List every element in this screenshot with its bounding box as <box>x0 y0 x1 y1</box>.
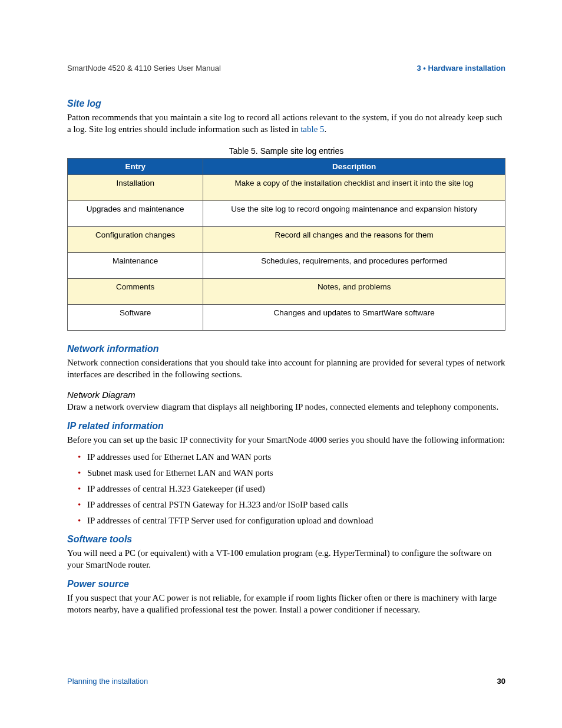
table-row: Upgrades and maintenance Use the site lo… <box>68 200 505 226</box>
list-item: IP addresses of central H.323 Gatekeeper… <box>78 484 505 494</box>
cell-description: Schedules, requirements, and procedures … <box>203 252 505 278</box>
header-left: SmartNode 4520 & 4110 Series User Manual <box>67 64 221 73</box>
section-title-software-tools: Software tools <box>67 534 505 545</box>
site-log-text-post: . <box>325 124 327 134</box>
table-row: Software Changes and updates to SmartWar… <box>68 304 505 330</box>
subheading-network-diagram: Network Diagram <box>67 390 505 400</box>
page-header: SmartNode 4520 & 4110 Series User Manual… <box>67 64 505 73</box>
cell-description: Changes and updates to SmartWare softwar… <box>203 304 505 330</box>
cell-description: Notes, and problems <box>203 278 505 304</box>
th-description: Description <box>203 158 505 174</box>
header-right: 3 • Hardware installation <box>417 64 505 73</box>
ip-info-list: IP addresses used for Ethernet LAN and W… <box>67 452 505 526</box>
page-footer: Planning the installation 30 <box>67 677 505 686</box>
list-item: IP addresses used for Ethernet LAN and W… <box>78 452 505 462</box>
th-entry: Entry <box>68 158 203 174</box>
cell-entry: Configuration changes <box>68 226 203 252</box>
table-header-row: Entry Description <box>68 158 505 174</box>
ip-info-paragraph: Before you can set up the basic IP conne… <box>67 434 505 446</box>
site-log-text-pre: Patton recommends that you maintain a si… <box>67 113 503 134</box>
table-row: Comments Notes, and problems <box>68 278 505 304</box>
site-log-table: Entry Description Installation Make a co… <box>67 158 505 331</box>
document-page: SmartNode 4520 & 4110 Series User Manual… <box>0 0 562 728</box>
cell-entry: Installation <box>68 174 203 200</box>
network-diagram-paragraph: Draw a network overview diagram that dis… <box>67 401 505 413</box>
table-row: Maintenance Schedules, requirements, and… <box>68 252 505 278</box>
cell-description: Make a copy of the installation checklis… <box>203 174 505 200</box>
table-row: Installation Make a copy of the installa… <box>68 174 505 200</box>
footer-page-number: 30 <box>497 677 505 686</box>
table-5-link[interactable]: table 5 <box>300 124 324 134</box>
list-item: IP addresses of central PSTN Gateway for… <box>78 500 505 510</box>
list-item: Subnet mask used for Ethernet LAN and WA… <box>78 468 505 478</box>
section-title-site-log: Site log <box>67 98 505 109</box>
table-row: Configuration changes Record all changes… <box>68 226 505 252</box>
section-title-network-info: Network information <box>67 344 505 354</box>
cell-entry: Software <box>68 304 203 330</box>
section-title-ip-info: IP related information <box>67 421 505 431</box>
cell-entry: Comments <box>68 278 203 304</box>
cell-description: Use the site log to record ongoing maint… <box>203 200 505 226</box>
list-item: IP addresses of central TFTP Server used… <box>78 516 505 526</box>
cell-entry: Maintenance <box>68 252 203 278</box>
table-caption: Table 5. Sample site log entries <box>67 146 505 156</box>
section-title-power-source: Power source <box>67 579 505 589</box>
software-tools-paragraph: You will need a PC (or equivalent) with … <box>67 547 505 571</box>
power-source-paragraph: If you suspect that your AC power is not… <box>67 592 505 616</box>
cell-entry: Upgrades and maintenance <box>68 200 203 226</box>
network-info-paragraph: Network connection considerations that y… <box>67 357 505 381</box>
site-log-paragraph: Patton recommends that you maintain a si… <box>67 111 505 136</box>
cell-description: Record all changes and the reasons for t… <box>203 226 505 252</box>
footer-left: Planning the installation <box>67 677 148 686</box>
